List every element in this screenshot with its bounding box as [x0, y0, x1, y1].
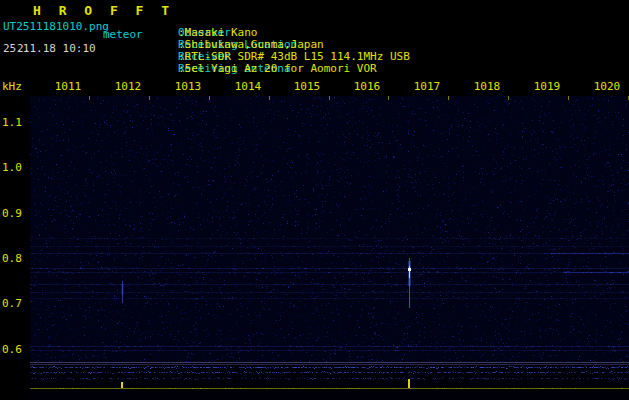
app-title: H R O F F T	[33, 3, 174, 18]
freq-tick-label: 0.9	[2, 207, 28, 220]
mode-label: meteor	[103, 28, 143, 41]
time-tick-label: 1015	[287, 80, 327, 93]
y-axis-unit-label: kHz	[2, 80, 22, 93]
freq-tick-label: 0.7	[2, 297, 28, 310]
signal-level-strip-canvas	[30, 362, 629, 400]
file-name-label: UT2511181010.png	[3, 20, 109, 33]
time-tick-label: 1012	[108, 80, 148, 93]
freq-tick-label: 0.6	[2, 343, 28, 356]
time-tick-label: 1016	[347, 80, 387, 93]
time-tick-label: 1014	[228, 80, 268, 93]
info-value: :5el Yagi Az 20 for Aomori VOR	[178, 63, 377, 75]
freq-tick-label: 0.8	[2, 252, 28, 265]
station-info: Observer:Masaki Kano Receiving Location:…	[178, 3, 205, 75]
time-tick-label: 1011	[48, 80, 88, 93]
hrofft-screen: H R O F F T UT2511181010.png meteor 25.1…	[0, 0, 629, 400]
spectrogram-canvas	[30, 96, 629, 362]
time-tick-label: 1019	[527, 80, 567, 93]
echo-count-label: 2.	[17, 42, 30, 55]
time-tick-label: 1018	[467, 80, 507, 93]
freq-tick-label: 1.0	[2, 161, 28, 174]
time-tick-label: 1017	[407, 80, 447, 93]
freq-tick-label: 1.1	[2, 116, 28, 129]
time-tick-label: 1020	[587, 80, 627, 93]
time-tick-label: 1013	[168, 80, 208, 93]
